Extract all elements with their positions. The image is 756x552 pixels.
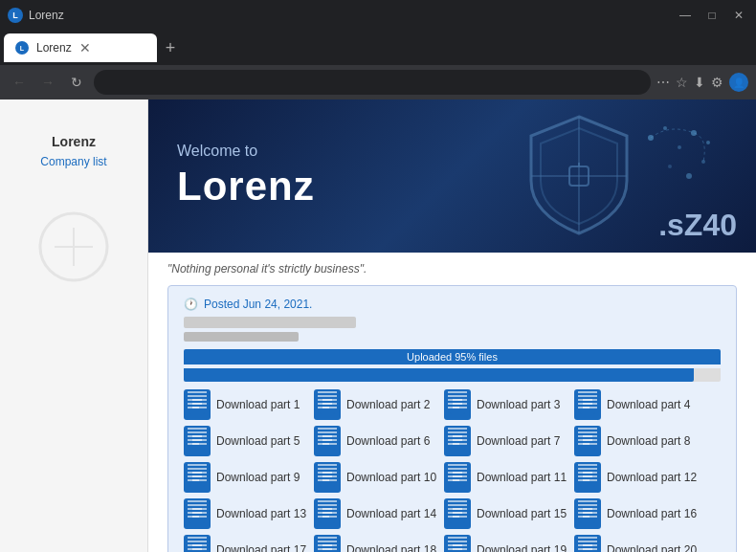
doc-icon: [444, 498, 471, 529]
svg-rect-15: [189, 395, 205, 414]
sidebar-watermark: [0, 209, 147, 289]
window-controls: — □ ✕: [676, 9, 748, 22]
victim-header: 🕐 Posted Jun 24, 2021.: [184, 298, 721, 311]
content-area: "Nothing personal it's strictly business…: [148, 253, 756, 552]
svg-rect-71: [450, 504, 465, 523]
download-item[interactable]: Download part 14: [314, 498, 438, 529]
upload-bar-container: Uploaded 95% files: [184, 349, 721, 382]
profile-icon[interactable]: 👤: [729, 73, 748, 92]
download-item[interactable]: Download part 20: [574, 535, 699, 552]
download-item[interactable]: Download part 4: [574, 389, 699, 420]
upload-bar-label: Uploaded 95% files: [184, 349, 721, 364]
download-label: Download part 18: [346, 543, 436, 552]
download-label: Download part 13: [216, 507, 306, 520]
download-item[interactable]: Download part 12: [574, 462, 699, 493]
company-list-link[interactable]: Company list: [10, 153, 138, 170]
download-label: Download part 14: [346, 507, 436, 520]
download-item[interactable]: Download part 5: [184, 426, 308, 456]
download-label: Download part 19: [477, 543, 567, 552]
download-item[interactable]: Download part 8: [574, 426, 699, 456]
doc-icon: [314, 498, 341, 529]
download-item[interactable]: Download part 15: [444, 498, 568, 529]
upload-bar-background: [184, 368, 721, 382]
more-options-icon[interactable]: ⋯: [656, 75, 670, 90]
clock-icon: 🕐: [184, 298, 198, 311]
download-label: Download part 11: [477, 471, 567, 484]
sidebar-title: Lorenz: [10, 130, 138, 153]
download-item[interactable]: Download part 6: [314, 426, 438, 456]
download-item[interactable]: Download part 1: [184, 389, 308, 420]
tab-close-button[interactable]: ✕: [79, 40, 91, 55]
upload-bar-fill: [184, 368, 694, 382]
download-label: Download part 1: [216, 398, 300, 411]
svg-point-9: [678, 145, 681, 149]
download-item[interactable]: Download part 19: [444, 535, 568, 552]
doc-icon: [444, 426, 471, 456]
doc-icon: [444, 389, 471, 420]
download-item[interactable]: Download part 9: [184, 462, 308, 493]
svg-rect-55: [450, 468, 465, 487]
download-label: Download part 5: [216, 434, 300, 448]
address-bar: ← → ↻ ⋯ ☆ ⬇ ⚙ 👤: [0, 65, 756, 99]
svg-rect-27: [580, 395, 595, 414]
svg-rect-63: [189, 504, 205, 523]
browser-favicon: L: [8, 8, 23, 23]
active-tab[interactable]: L Lorenz ✕: [4, 33, 157, 62]
url-input[interactable]: [94, 70, 651, 95]
hero-banner: Welcome to Lorenz: [148, 99, 756, 253]
doc-icon: [574, 389, 601, 420]
download-item[interactable]: Download part 7: [444, 426, 568, 456]
svg-rect-23: [450, 395, 465, 414]
download-label: Download part 15: [477, 507, 567, 520]
download-label: Download part 16: [607, 507, 697, 520]
download-label: Download part 7: [477, 434, 560, 448]
download-label: Download part 8: [607, 434, 690, 448]
svg-rect-31: [189, 431, 205, 451]
download-label: Download part 6: [346, 434, 430, 448]
hero-dots-decoration: [641, 119, 718, 218]
victim-detail: [184, 332, 299, 342]
doc-icon: [574, 426, 601, 456]
svg-rect-47: [189, 468, 205, 487]
download-item[interactable]: Download part 11: [444, 462, 568, 493]
download-item[interactable]: Download part 16: [574, 498, 699, 529]
window-title: Lorenz: [29, 9, 64, 22]
svg-rect-83: [320, 541, 335, 552]
doc-icon: [314, 462, 341, 493]
refresh-button[interactable]: ↻: [65, 75, 88, 90]
download-label: Download part 12: [607, 471, 697, 484]
back-button[interactable]: ←: [8, 75, 31, 90]
download-item[interactable]: Download part 17: [184, 535, 308, 552]
svg-rect-91: [580, 541, 595, 552]
bookmark-icon[interactable]: ☆: [676, 75, 688, 90]
page-layout: Lorenz Company list Welcome to Lorenz: [0, 99, 756, 552]
doc-icon: [444, 535, 471, 552]
posted-date: Posted Jun 24, 2021.: [204, 298, 312, 311]
svg-rect-67: [320, 504, 335, 523]
download-item[interactable]: Download part 2: [314, 389, 438, 420]
download-item[interactable]: Download part 18: [314, 535, 438, 552]
download-item[interactable]: Download part 3: [444, 389, 568, 420]
minimize-button[interactable]: —: [676, 9, 695, 22]
doc-icon: [574, 535, 601, 552]
victim-card: 🕐 Posted Jun 24, 2021. Uploaded 95% file…: [167, 285, 737, 552]
settings-icon[interactable]: ⚙: [711, 75, 723, 90]
maximize-button[interactable]: □: [702, 9, 722, 22]
svg-point-8: [663, 126, 667, 130]
quote-text: "Nothing personal it's strictly business…: [167, 262, 737, 276]
doc-icon: [184, 535, 211, 552]
forward-button[interactable]: →: [36, 75, 59, 90]
svg-point-13: [686, 173, 692, 179]
download-item[interactable]: Download part 13: [184, 498, 308, 529]
download-label: Download part 17: [216, 543, 306, 552]
sidebar: Lorenz Company list: [0, 99, 148, 552]
close-button[interactable]: ✕: [729, 9, 748, 22]
svg-rect-39: [450, 431, 465, 451]
svg-rect-19: [320, 395, 335, 414]
download-label: Download part 2: [346, 398, 430, 411]
doc-icon: [184, 462, 211, 493]
download-grid: Download part 1 Download part 2 Download…: [184, 389, 721, 552]
new-tab-button[interactable]: +: [157, 34, 184, 61]
download-icon[interactable]: ⬇: [694, 75, 705, 90]
download-item[interactable]: Download part 10: [314, 462, 438, 493]
